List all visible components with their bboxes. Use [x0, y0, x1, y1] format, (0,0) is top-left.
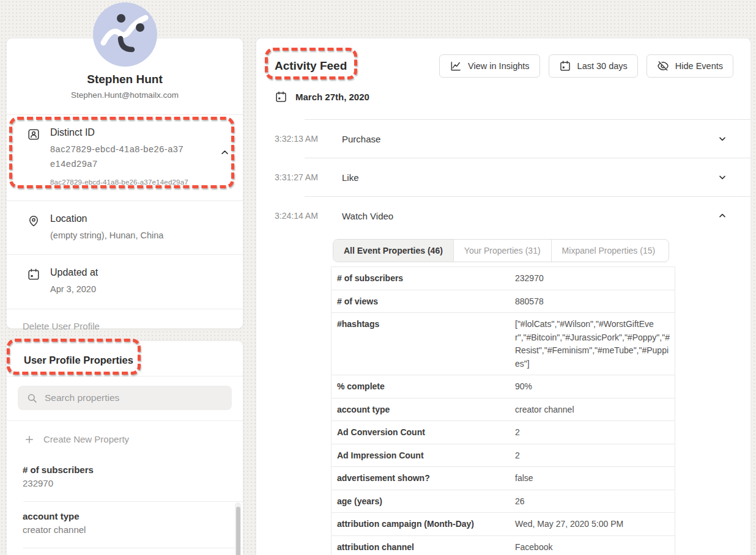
event-property-row: # of subscribers 232970	[332, 267, 675, 290]
distinct-id-sub-value: 8ac27829-ebcd-41a8-be26-a37e14ed29a7	[50, 178, 188, 186]
property-value: Facebook	[515, 536, 675, 555]
property-key: # of subscribers	[332, 267, 515, 290]
distinct-id-value: 8ac27829-ebcd-41a8-be26-a37e14ed29a7	[50, 142, 186, 172]
event-time: 3:31:27 AM	[275, 172, 331, 182]
property-key: advertisement shown?	[332, 467, 515, 490]
property-key: % complete	[332, 375, 515, 398]
calendar-icon	[27, 268, 40, 296]
event-property-row: # of views 880578	[332, 290, 675, 314]
scrollbar-thumb[interactable]	[236, 507, 240, 555]
activity-feed-title: Activity Feed	[275, 59, 347, 73]
location-label: Location	[50, 213, 163, 224]
property-key: # of views	[332, 290, 515, 313]
event-property-row: age (years) 26	[332, 490, 675, 513]
divider	[23, 548, 243, 548]
property-value: 2	[515, 421, 675, 444]
event-property-row: Ad Impression Count 2	[332, 444, 675, 468]
property-value: 90%	[515, 375, 675, 398]
event-name: Watch Video	[342, 211, 393, 221]
user-property-name: account type	[23, 511, 227, 521]
property-key: attribution channel	[332, 536, 515, 555]
chevron-up-icon[interactable]	[717, 211, 727, 221]
user-property-value: 232970	[23, 478, 227, 488]
hide-events-button[interactable]: Hide Events	[647, 54, 733, 78]
event-properties-tab[interactable]: Your Properties (31)	[454, 240, 552, 262]
properties-panel-title: User Profile Properties	[7, 341, 243, 376]
activity-feed-card: Activity Feed View in Insights	[256, 38, 751, 555]
event-properties-tab[interactable]: All Event Properties (46)	[333, 240, 454, 262]
user-property-value: creator channel	[23, 524, 227, 535]
search-icon	[26, 392, 38, 404]
event-property-row: % complete 90%	[332, 375, 675, 399]
user-property-item[interactable]: # of subscribers 232970	[7, 455, 243, 496]
hide-events-label: Hide Events	[675, 61, 723, 71]
create-new-property-button[interactable]: Create New Property	[7, 421, 243, 455]
delete-user-profile-button[interactable]: Delete User Profile	[7, 309, 243, 343]
property-key: #hashtags	[332, 313, 515, 375]
property-value: 880578	[515, 290, 675, 313]
property-value: false	[515, 467, 675, 490]
create-new-property-label: Create New Property	[43, 434, 129, 444]
location-pin-icon	[27, 214, 40, 242]
event-name: Purchase	[342, 134, 380, 144]
distinct-id-body: Distinct ID 8ac27829-ebcd-41a8-be26-a37e…	[50, 127, 188, 186]
chevron-down-icon[interactable]	[717, 134, 727, 144]
feed-action-buttons: View in Insights Last 30 days	[439, 54, 733, 78]
updated-at-section: Updated at Apr 3, 2020	[7, 254, 243, 308]
property-key: Ad Impression Count	[332, 444, 515, 467]
event-property-row: account type creator channel	[332, 399, 675, 422]
date-group-header: March 27th, 2020	[275, 87, 750, 106]
chevron-down-icon[interactable]	[717, 172, 727, 182]
property-value: 26	[515, 490, 675, 513]
property-value: Wed, May 27, 2020 5:00 PM	[515, 513, 675, 535]
collapse-distinct-id-button[interactable]	[220, 148, 229, 157]
line-chart-icon	[450, 60, 462, 72]
user-properties-items: # of subscribers 232970 account type cre…	[7, 455, 243, 548]
expanded-event-panel: All Event Properties (46) Your Propertie…	[256, 235, 750, 555]
plus-icon	[24, 435, 34, 444]
id-badge-icon	[27, 128, 40, 186]
property-value: 232970	[515, 267, 675, 290]
view-in-insights-button[interactable]: View in Insights	[439, 54, 539, 78]
event-time: 3:32:13 AM	[275, 134, 331, 144]
event-property-row: attribution campaign (Month-Day) Wed, Ma…	[332, 513, 675, 536]
user-email: Stephen.Hunt@hotmailx.com	[19, 90, 231, 100]
distinct-id-label: Distinct ID	[50, 127, 188, 138]
calendar-icon	[559, 60, 571, 72]
event-list: 3:32:13 AM Purchase 3:31:27 AM Like 3:24…	[256, 119, 750, 235]
updated-at-label: Updated at	[50, 267, 98, 278]
user-property-name: # of subscribers	[23, 465, 227, 475]
event-property-row: attribution channel Facebook	[332, 536, 675, 555]
user-profile-card: Stephen Hunt Stephen.Hunt@hotmailx.com D…	[6, 38, 243, 329]
eye-off-icon	[657, 60, 669, 72]
date-range-label: Last 30 days	[577, 61, 628, 71]
calendar-icon	[275, 90, 287, 103]
location-value: (empty string), Hunan, China	[50, 229, 163, 242]
event-row[interactable]: 3:32:13 AM Purchase	[256, 120, 750, 158]
user-property-item[interactable]: account type creator channel	[7, 502, 243, 543]
location-body: Location (empty string), Hunan, China	[50, 213, 163, 242]
view-in-insights-label: View in Insights	[468, 61, 529, 71]
activity-feed-header: Activity Feed View in Insights	[256, 39, 750, 78]
property-value: ["#lolCats","#Wilson","#WorstGiftEver","…	[515, 313, 675, 375]
property-value: creator channel	[515, 399, 675, 421]
user-profile-properties-card: User Profile Properties Create New Prope…	[6, 340, 243, 555]
event-property-row: Ad Conversion Count 2	[332, 421, 675, 444]
property-key: Ad Conversion Count	[332, 421, 515, 444]
event-properties-tab[interactable]: Mixpanel Properties (15)	[552, 240, 666, 262]
location-section: Location (empty string), Hunan, China	[7, 200, 243, 254]
properties-title-section: User Profile Properties	[7, 341, 243, 377]
properties-list: Create New Property # of subscribers 232…	[7, 421, 243, 548]
search-properties-box[interactable]	[18, 386, 232, 410]
event-name: Like	[342, 172, 359, 183]
distinct-id-section[interactable]: Distinct ID 8ac27829-ebcd-41a8-be26-a37e…	[7, 114, 243, 200]
search-properties-input[interactable]	[45, 392, 223, 403]
event-row[interactable]: 3:31:27 AM Like	[256, 158, 750, 196]
event-row[interactable]: 3:24:14 AM Watch Video	[256, 197, 750, 235]
date-group-label: March 27th, 2020	[295, 92, 369, 102]
date-range-button[interactable]: Last 30 days	[549, 54, 638, 78]
updated-at-value: Apr 3, 2020	[50, 282, 98, 296]
event-property-row: advertisement shown? false	[332, 467, 675, 490]
user-name: Stephen Hunt	[19, 73, 231, 86]
event-properties-tabs: All Event Properties (46) Your Propertie…	[333, 239, 669, 262]
